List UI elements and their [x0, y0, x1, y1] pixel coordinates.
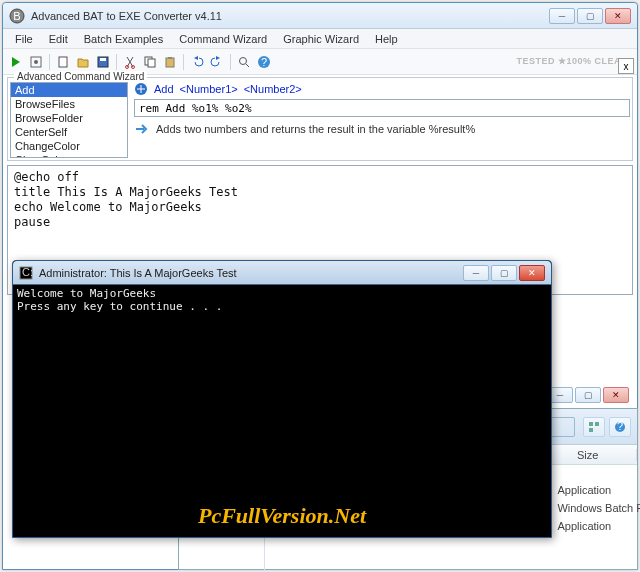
redo-button[interactable]: [208, 53, 226, 71]
explorer-view-button[interactable]: [583, 417, 605, 437]
svg-rect-7: [100, 58, 106, 61]
file-type: Application: [557, 520, 640, 532]
file-type: Application: [557, 484, 640, 496]
svg-text:?: ?: [261, 56, 267, 68]
console-close-button[interactable]: ✕: [519, 265, 545, 281]
command-item-changecolor[interactable]: ChangeColor: [11, 139, 127, 153]
svg-text:?: ?: [617, 421, 623, 432]
command-list[interactable]: Add BrowseFiles BrowseFolder CenterSelf …: [10, 82, 128, 158]
command-param-2: <Number2>: [244, 83, 302, 95]
svg-marker-15: [216, 56, 220, 60]
console-window: C:\ Administrator: This Is A MajorGeeks …: [12, 260, 552, 538]
explorer-help-button[interactable]: ?: [609, 417, 631, 437]
console-title: Administrator: This Is A MajorGeeks Test: [39, 267, 463, 279]
menu-edit[interactable]: Edit: [41, 31, 76, 47]
toolbar-sep: [49, 54, 50, 70]
command-name: Add: [154, 83, 174, 95]
build-button[interactable]: [27, 53, 45, 71]
command-description: Adds two numbers and returns the result …: [156, 123, 475, 135]
svg-rect-5: [59, 57, 67, 67]
new-button[interactable]: [54, 53, 72, 71]
command-input[interactable]: [134, 99, 630, 117]
menu-batch-examples[interactable]: Batch Examples: [76, 31, 171, 47]
explorer-maximize-button[interactable]: ▢: [575, 387, 601, 403]
help-button[interactable]: ?: [255, 53, 273, 71]
toolbar-sep: [230, 54, 231, 70]
svg-text:B: B: [13, 10, 20, 22]
console-icon: C:\: [19, 266, 33, 280]
svg-rect-13: [168, 57, 172, 59]
find-button[interactable]: [235, 53, 253, 71]
console-titlebar[interactable]: C:\ Administrator: This Is A MajorGeeks …: [13, 261, 551, 285]
svg-point-4: [34, 60, 38, 64]
minimize-button[interactable]: ─: [549, 8, 575, 24]
svg-point-16: [240, 57, 247, 64]
app-icon: B: [9, 8, 25, 24]
console-minimize-button[interactable]: ─: [463, 265, 489, 281]
main-titlebar[interactable]: B Advanced BAT to EXE Converter v4.11 ─ …: [3, 3, 637, 29]
command-param-1: <Number1>: [180, 83, 238, 95]
explorer-close-button[interactable]: ✕: [603, 387, 629, 403]
command-item-browsefiles[interactable]: BrowseFiles: [11, 97, 127, 111]
arrow-icon: [134, 121, 150, 137]
console-output: Welcome to MajorGeeks Press any key to c…: [13, 285, 551, 315]
wizard-label: Advanced Command Wizard: [14, 71, 147, 82]
maximize-button[interactable]: ▢: [577, 8, 603, 24]
toolbar-sep: [116, 54, 117, 70]
menu-help[interactable]: Help: [367, 31, 406, 47]
command-item-add[interactable]: Add: [11, 83, 127, 97]
command-item-browsefolder[interactable]: BrowseFolder: [11, 111, 127, 125]
svg-rect-12: [166, 58, 174, 67]
command-wizard-panel: Advanced Command Wizard TESTED ★100% CLE…: [7, 77, 633, 161]
paste-button[interactable]: [161, 53, 179, 71]
file-type: Windows Batch File: [557, 502, 640, 514]
cut-button[interactable]: [121, 53, 139, 71]
open-button[interactable]: [74, 53, 92, 71]
svg-text:C:\: C:\: [22, 266, 33, 278]
command-item-centerself[interactable]: CenterSelf: [11, 125, 127, 139]
command-icon: [134, 82, 148, 96]
menu-command-wizard[interactable]: Command Wizard: [171, 31, 275, 47]
play-button[interactable]: [7, 53, 25, 71]
copy-button[interactable]: [141, 53, 159, 71]
close-button[interactable]: ✕: [605, 8, 631, 24]
svg-rect-21: [589, 422, 593, 426]
svg-marker-14: [194, 56, 198, 60]
menu-file[interactable]: File: [7, 31, 41, 47]
toolbar-sep: [183, 54, 184, 70]
command-header: Add <Number1> <Number2>: [134, 82, 630, 96]
save-button[interactable]: [94, 53, 112, 71]
window-title: Advanced BAT to EXE Converter v4.11: [31, 10, 549, 22]
svg-line-17: [246, 64, 249, 67]
watermark-text: PcFullVersion.Net: [198, 503, 366, 529]
undo-button[interactable]: [188, 53, 206, 71]
window-controls: ─ ▢ ✕: [549, 8, 631, 24]
svg-rect-11: [148, 59, 155, 67]
tested-badge: TESTED ★100% CLEAN: [516, 56, 628, 66]
console-maximize-button[interactable]: ▢: [491, 265, 517, 281]
menubar: File Edit Batch Examples Command Wizard …: [3, 29, 637, 49]
command-item-clearcolor[interactable]: ClearColor: [11, 153, 127, 158]
svg-rect-23: [589, 428, 593, 432]
menu-graphic-wizard[interactable]: Graphic Wizard: [275, 31, 367, 47]
svg-rect-22: [595, 422, 599, 426]
svg-marker-2: [12, 57, 20, 67]
wizard-close-button[interactable]: x: [618, 58, 634, 74]
column-size[interactable]: Size: [569, 449, 637, 461]
